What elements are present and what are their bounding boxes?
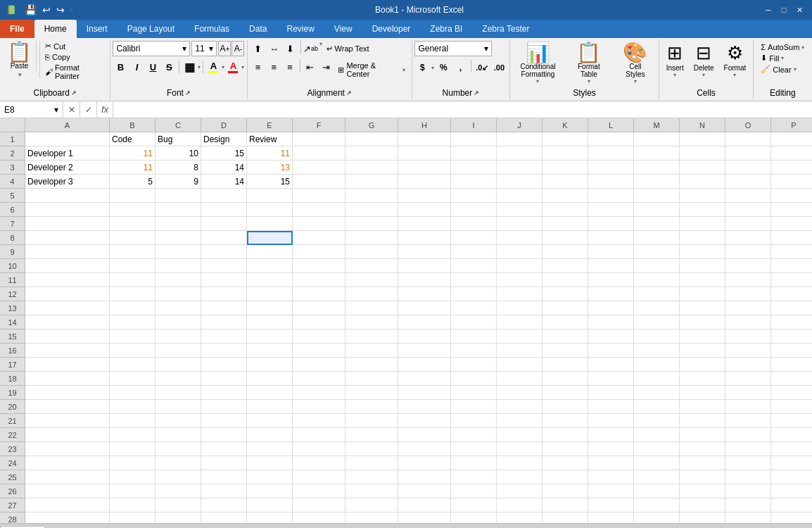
cell-F18[interactable]: [293, 372, 345, 386]
cell-B6[interactable]: [110, 203, 156, 217]
cell-E18[interactable]: [247, 372, 293, 386]
cell-C23[interactable]: [156, 442, 201, 456]
cell-C15[interactable]: [156, 329, 201, 344]
cell-I21[interactable]: [451, 414, 497, 428]
cell-P4[interactable]: [771, 175, 812, 189]
cell-J18[interactable]: [497, 372, 543, 386]
cell-O17[interactable]: [725, 358, 771, 372]
cell-P19[interactable]: [771, 386, 812, 400]
cell-L17[interactable]: [588, 358, 634, 372]
undo-button[interactable]: ↩: [41, 3, 52, 17]
cell-L14[interactable]: [588, 315, 634, 329]
cell-M2[interactable]: [634, 146, 680, 161]
cell-M11[interactable]: [634, 273, 680, 287]
cell-H16[interactable]: [398, 344, 451, 358]
row-num-8[interactable]: 8: [0, 231, 25, 245]
cell-L27[interactable]: [588, 498, 634, 513]
col-header-H[interactable]: H: [398, 118, 451, 132]
cell-N16[interactable]: [680, 344, 725, 358]
cell-D16[interactable]: [201, 344, 247, 358]
fill-color-button[interactable]: A: [205, 59, 221, 75]
save-button[interactable]: 💾: [23, 3, 38, 17]
cell-D3[interactable]: 14: [201, 161, 247, 175]
cell-M21[interactable]: [634, 414, 680, 428]
cell-N21[interactable]: [680, 414, 725, 428]
cell-J9[interactable]: [497, 245, 543, 259]
col-header-I[interactable]: I: [451, 118, 497, 132]
cell-P28[interactable]: [771, 513, 812, 523]
row-num-3[interactable]: 3: [0, 161, 25, 175]
cell-C17[interactable]: [156, 358, 201, 372]
cell-K12[interactable]: [543, 287, 588, 301]
cell-L4[interactable]: [588, 175, 634, 189]
cell-O1[interactable]: [725, 132, 771, 146]
cell-F19[interactable]: [293, 386, 345, 400]
cell-O2[interactable]: [725, 146, 771, 161]
cell-J2[interactable]: [497, 146, 543, 161]
cell-K9[interactable]: [543, 245, 588, 259]
cell-K28[interactable]: [543, 513, 588, 523]
row-num-9[interactable]: 9: [0, 245, 25, 259]
row-num-6[interactable]: 6: [0, 203, 25, 217]
cell-H8[interactable]: [398, 231, 451, 245]
cell-G16[interactable]: [345, 344, 398, 358]
cell-D17[interactable]: [201, 358, 247, 372]
cell-D20[interactable]: [201, 400, 247, 414]
row-num-2[interactable]: 2: [0, 146, 25, 161]
row-num-15[interactable]: 15: [0, 329, 25, 344]
cell-O21[interactable]: [725, 414, 771, 428]
cell-F8[interactable]: [293, 231, 345, 245]
cell-O22[interactable]: [725, 428, 771, 442]
cell-L11[interactable]: [588, 273, 634, 287]
cell-J25[interactable]: [497, 470, 543, 484]
cell-F16[interactable]: [293, 344, 345, 358]
cell-B21[interactable]: [110, 414, 156, 428]
cell-N28[interactable]: [680, 513, 725, 523]
cell-D24[interactable]: [201, 456, 247, 470]
cell-O10[interactable]: [725, 259, 771, 273]
cell-J19[interactable]: [497, 386, 543, 400]
cell-O28[interactable]: [725, 513, 771, 523]
cell-F17[interactable]: [293, 358, 345, 372]
col-header-K[interactable]: K: [543, 118, 588, 132]
font-color-arrow[interactable]: ▾: [241, 64, 244, 70]
cell-N20[interactable]: [680, 400, 725, 414]
cell-D11[interactable]: [201, 273, 247, 287]
cell-P14[interactable]: [771, 315, 812, 329]
cell-I6[interactable]: [451, 203, 497, 217]
cell-G17[interactable]: [345, 358, 398, 372]
cell-H22[interactable]: [398, 428, 451, 442]
cell-N27[interactable]: [680, 498, 725, 513]
cell-D8[interactable]: [201, 231, 247, 245]
cell-H9[interactable]: [398, 245, 451, 259]
cell-O26[interactable]: [725, 484, 771, 498]
bold-button[interactable]: B: [113, 59, 128, 75]
cell-K19[interactable]: [543, 386, 588, 400]
cell-G18[interactable]: [345, 372, 398, 386]
cell-P18[interactable]: [771, 372, 812, 386]
cell-N9[interactable]: [680, 245, 725, 259]
cell-A21[interactable]: [25, 414, 110, 428]
row-num-26[interactable]: 26: [0, 484, 25, 498]
cell-D19[interactable]: [201, 386, 247, 400]
cell-J13[interactable]: [497, 301, 543, 315]
cell-F2[interactable]: [293, 146, 345, 161]
cell-F23[interactable]: [293, 442, 345, 456]
cell-A8[interactable]: [25, 231, 110, 245]
cell-J24[interactable]: [497, 456, 543, 470]
formula-input[interactable]: [113, 101, 812, 118]
cell-N13[interactable]: [680, 301, 725, 315]
cell-I4[interactable]: [451, 175, 497, 189]
cell-N6[interactable]: [680, 203, 725, 217]
cell-H11[interactable]: [398, 273, 451, 287]
row-num-14[interactable]: 14: [0, 315, 25, 329]
cell-C22[interactable]: [156, 428, 201, 442]
cell-M13[interactable]: [634, 301, 680, 315]
cell-A17[interactable]: [25, 358, 110, 372]
cell-F25[interactable]: [293, 470, 345, 484]
col-header-N[interactable]: N: [680, 118, 725, 132]
cell-L21[interactable]: [588, 414, 634, 428]
cell-A19[interactable]: [25, 386, 110, 400]
cell-M1[interactable]: [634, 132, 680, 146]
cell-N5[interactable]: [680, 189, 725, 203]
